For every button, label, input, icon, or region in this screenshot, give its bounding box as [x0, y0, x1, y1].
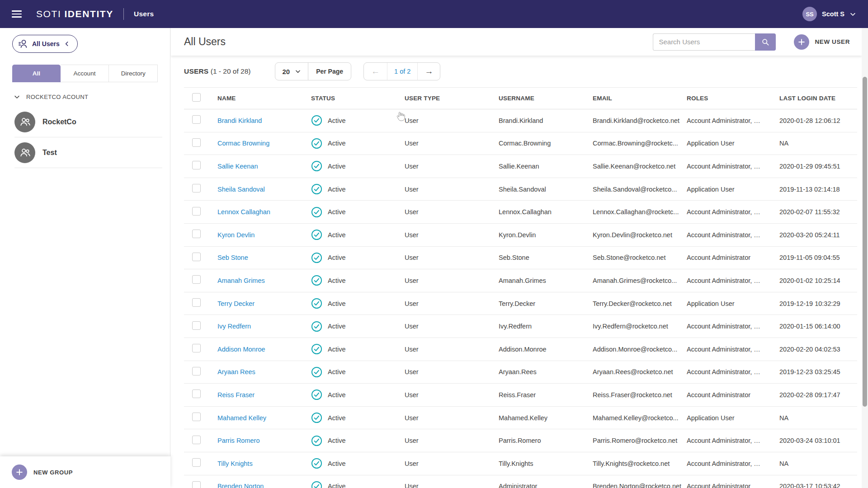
user-name-link[interactable]: Sheila Sandoval — [217, 186, 311, 193]
chevron-left-icon[interactable] — [63, 40, 71, 47]
user-name-link[interactable]: Reiss Fraser — [217, 391, 311, 399]
previous-page-button[interactable]: ← — [364, 63, 387, 80]
row-checkbox[interactable] — [192, 413, 201, 421]
new-user-label: NEW USER — [815, 38, 850, 45]
hamburger-menu-icon[interactable] — [12, 10, 22, 18]
search-input[interactable] — [653, 33, 755, 51]
row-checkbox[interactable] — [192, 230, 201, 238]
tab-account[interactable]: Account — [61, 65, 109, 82]
status-active-icon — [311, 321, 322, 332]
status-label: Active — [328, 163, 346, 170]
scrollbar-thumb[interactable] — [863, 77, 867, 407]
email-cell: Reiss.Fraser@rocketco.net — [593, 391, 687, 399]
roles-cell: Account Administrator, … — [687, 346, 779, 353]
table-row: Addison MonroeActiveUserAddison.MonroeAd… — [184, 338, 857, 361]
row-checkbox[interactable] — [192, 321, 201, 330]
plus-icon[interactable] — [12, 465, 27, 480]
user-name-link[interactable]: Aryaan Rees — [217, 368, 311, 375]
roles-cell: Account Administrator, … — [687, 231, 779, 239]
user-name-link[interactable]: Kyron Devlin — [217, 231, 311, 239]
status-active-icon — [311, 206, 322, 218]
search-box — [653, 33, 776, 51]
user-name-link[interactable]: Mahamed Kelley — [217, 414, 311, 422]
user-name-link[interactable]: Seb Stone — [217, 254, 311, 261]
username-cell: Ivy.Redfern — [499, 323, 593, 330]
new-user-button[interactable]: NEW USER — [794, 34, 850, 50]
table-row: Aryaan ReesActiveUserAryaan.ReesAryaan.R… — [184, 361, 857, 384]
row-checkbox[interactable] — [192, 389, 201, 398]
user-name-link[interactable]: Amanah Grimes — [217, 277, 311, 284]
last-login-cell: 2020-02-07 11:55:32 — [779, 208, 857, 216]
email-cell: Mahamed.Kelley@rocketco... — [593, 414, 687, 422]
user-filter-icon — [18, 38, 28, 49]
status-label: Active — [328, 460, 346, 467]
user-name-link[interactable]: Tilly Knights — [217, 460, 311, 467]
column-header-status: STATUS — [311, 95, 405, 102]
page-size-dropdown[interactable]: 20 — [275, 63, 308, 80]
user-name-link[interactable]: Brandi Kirkland — [217, 117, 311, 124]
user-name-link[interactable]: Parris Romero — [217, 437, 311, 444]
status-cell: Active — [311, 366, 405, 378]
row-checkbox[interactable] — [192, 436, 201, 444]
new-group-button[interactable]: NEW GROUP — [33, 469, 73, 476]
username-cell: Tilly.Knights — [499, 460, 593, 467]
next-page-button[interactable]: → — [418, 63, 440, 80]
user-name-link[interactable]: Cormac Browning — [217, 140, 311, 147]
last-login-cell: 2020-01-15 06:14:00 — [779, 323, 857, 330]
row-checkbox[interactable] — [192, 138, 201, 147]
group-item-test[interactable]: Test — [14, 137, 162, 168]
tab-directory[interactable]: Directory — [109, 65, 158, 82]
select-all-checkbox[interactable] — [192, 93, 201, 102]
tab-all[interactable]: All — [12, 65, 61, 82]
row-checkbox[interactable] — [192, 115, 201, 124]
user-name-link[interactable]: Terry Decker — [217, 300, 311, 307]
username-cell: Cormac.Browning — [499, 140, 593, 147]
column-header-email: EMAIL — [593, 95, 687, 102]
row-checkbox[interactable] — [192, 481, 201, 488]
row-checkbox[interactable] — [192, 184, 201, 192]
navbar-divider — [123, 8, 124, 20]
email-cell: Brandi.Kirkland@rocketco.net — [593, 117, 687, 124]
last-login-cell: NA — [779, 460, 857, 467]
status-label: Active — [328, 140, 346, 147]
table-row: Tilly KnightsActiveUserTilly.KnightsTill… — [184, 452, 857, 475]
row-checkbox[interactable] — [192, 207, 201, 216]
row-checkbox[interactable] — [192, 298, 201, 307]
status-cell: Active — [311, 275, 405, 286]
user-filter-label: All Users — [32, 40, 60, 47]
row-checkbox[interactable] — [192, 161, 201, 169]
status-label: Active — [328, 323, 346, 330]
table-row: Reiss FraserActiveUserReiss.FraserReiss.… — [184, 384, 857, 407]
table-toolbar: USERS (1 - 20 of 28) 20 Per Page ← 1 of … — [171, 56, 862, 87]
status-active-icon — [311, 115, 322, 126]
users-count-label: USERS — [184, 67, 208, 75]
user-type-cell: User — [405, 368, 499, 375]
user-name-link[interactable]: Addison Monroe — [217, 346, 311, 353]
scrollbar-track[interactable] — [862, 28, 868, 488]
user-type-cell: User — [405, 391, 499, 399]
last-login-cell: 2020-03-20 05:24:11 — [779, 231, 857, 239]
table-row: Mahamed KelleyActiveUserMahamed.KelleyMa… — [184, 407, 857, 430]
user-avatar[interactable]: SS — [802, 7, 817, 21]
tree-header-rocketco-account[interactable]: ROCKETCO ACOUNT — [14, 94, 88, 100]
last-login-cell: 2020-01-29 09:45:51 — [779, 163, 857, 170]
user-menu[interactable]: SS Scott S — [802, 7, 856, 21]
user-type-cell: User — [405, 437, 499, 444]
row-checkbox[interactable] — [192, 275, 201, 284]
roles-cell: Application User — [687, 186, 779, 193]
row-checkbox[interactable] — [192, 367, 201, 375]
user-name-link[interactable]: Ivy Redfern — [217, 323, 311, 330]
row-checkbox[interactable] — [192, 458, 201, 467]
group-item-rocketco[interactable]: RocketCo — [14, 107, 162, 137]
search-button[interactable] — [755, 33, 776, 51]
status-active-icon — [311, 412, 322, 423]
user-name-link[interactable]: Sallie Keenan — [217, 163, 311, 170]
brand-primary: SOTI — [36, 9, 61, 19]
row-checkbox[interactable] — [192, 344, 201, 352]
row-checkbox[interactable] — [192, 253, 201, 261]
user-name-link[interactable]: Brenden Norton — [217, 483, 311, 488]
roles-cell: Application User — [687, 300, 779, 307]
user-name-link[interactable]: Lennox Callaghan — [217, 208, 311, 216]
user-filter-pill[interactable]: All Users — [12, 35, 78, 53]
chevron-down-icon[interactable] — [14, 94, 20, 100]
